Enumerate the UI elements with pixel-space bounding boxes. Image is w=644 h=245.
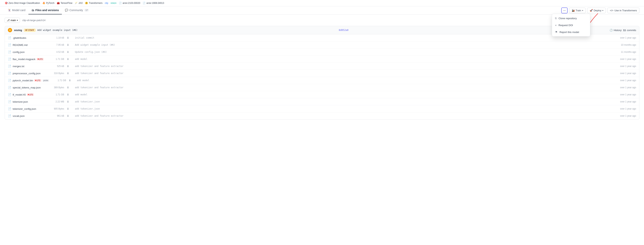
download-button[interactable]: ⬇ [66, 107, 70, 111]
file-time: over 1 year ago [613, 36, 636, 39]
file-commit-msg: add tokenizer and feature extractor [72, 86, 612, 89]
download-button[interactable]: ⬇ [66, 36, 70, 40]
transformers-label[interactable]: Transformers [89, 2, 102, 4]
train-chevron-icon: ▾ [582, 9, 583, 11]
tensorflow-tag: 🧰 TensorFlow [57, 1, 72, 4]
tab-model-card[interactable]: 🃏 Model card [4, 6, 28, 14]
download-button[interactable]: ⬇ [66, 43, 70, 47]
clone-repo-item[interactable]: ⎘ Clone repository [552, 15, 590, 22]
file-name-link[interactable]: vocab.json [13, 115, 24, 117]
file-commit-msg: add model [72, 58, 612, 60]
tensorflow-label[interactable]: TensorFlow [60, 2, 72, 4]
pytorch-tag: 🔥 PyTorch [42, 1, 54, 4]
file-name-link[interactable]: tf_model.h5 [13, 93, 26, 96]
file-commit-msg: add model [72, 93, 612, 96]
history-label: History: [614, 29, 622, 32]
arxiv2-label[interactable]: arxiv:1908.04913 [146, 2, 164, 4]
file-icon: 📄 [8, 100, 11, 103]
tab-community[interactable]: 💬 Community 17 [62, 6, 92, 14]
file-time: over 1 year ago [613, 107, 636, 110]
file-size: 2.22 MB [49, 100, 64, 103]
report-model-item[interactable]: ⚑ Report this model [552, 28, 590, 35]
use-in-transformers-button[interactable]: </> Use in Transformers [607, 8, 640, 13]
arxiv1-tag: 📄 arxiv:2103.00020 [119, 1, 140, 4]
repo-path: clip-vit-large-patch14 [22, 19, 46, 22]
file-size: 1.18 kB [49, 36, 64, 39]
file-name-link[interactable]: tokenizer.json [13, 100, 28, 103]
file-name-link[interactable]: README.md [13, 43, 28, 46]
deploy-chevron-icon: ▾ [602, 9, 603, 11]
request-doi-item[interactable]: « Request DOI [552, 22, 590, 28]
lfs-dot [28, 94, 29, 95]
tags-bar: 🎯 Zero-Shot Image Classification 🔥 PyTor… [0, 0, 644, 6]
file-name-link[interactable]: config.json [13, 51, 24, 53]
file-name-link[interactable]: .gitattributes [13, 36, 26, 39]
files-container: 📄 .gitattributes 1.18 kB ⬇ initial commi… [5, 34, 639, 119]
pickle-badge: pickle [42, 79, 49, 82]
more-button[interactable]: ⋯ [561, 7, 568, 13]
file-size: 389 Bytes [49, 86, 64, 89]
nav-tabs-right: ⋯ 🚂 Train ▾ 🚀 Deploy ▾ </> Use in Transf… [561, 7, 640, 13]
file-commit-msg: initial commit [72, 36, 612, 39]
tensorflow-icon: 🧰 [57, 1, 60, 4]
deploy-button[interactable]: 🚀 Deploy ▾ [587, 8, 606, 13]
download-button[interactable]: ⬇ [66, 57, 70, 61]
file-name-cell: pytorch_model.bin LFS pickle [13, 79, 49, 82]
deploy-label: Deploy [594, 9, 601, 12]
table-row: 📄 preprocessor_config.json 316 Bytes ⬇ a… [5, 70, 639, 77]
history-count: 11 [623, 29, 626, 32]
download-button[interactable]: ⬇ [66, 86, 70, 89]
file-size: 905 Bytes [49, 107, 64, 110]
file-time: over 1 year ago [613, 115, 636, 117]
file-icon: 📄 [8, 79, 11, 82]
lfs-badge: LFS [27, 93, 34, 96]
file-icon: 📄 [8, 114, 11, 117]
pytorch-label[interactable]: PyTorch [46, 2, 54, 4]
table-row: 📄 config.json 4.52 kB ⬇ Update config.js… [5, 48, 639, 56]
file-name-link[interactable]: tokenizer_config.json [13, 107, 36, 110]
download-button[interactable]: ⬇ [66, 93, 70, 96]
file-name-link[interactable]: pytorch_model.bin [13, 79, 33, 82]
jax-tag: 🪄 JAX [75, 1, 83, 4]
file-icon: 📄 [8, 107, 11, 110]
file-name-cell: .gitattributes [13, 36, 47, 39]
use-transformers-icon: </> [610, 9, 614, 12]
transformers-icon: 🤗 [85, 1, 88, 4]
history-button[interactable]: 🕐 History: 11 commits [610, 29, 636, 32]
history-area: 🕐 History: 11 commits [610, 29, 636, 32]
file-size: 525 kB [49, 65, 64, 67]
task-label[interactable]: Zero-Shot Image Classification [8, 2, 40, 4]
model-card-icon: 🃏 [8, 9, 11, 12]
file-name-link[interactable]: preprocessor_config.json [13, 72, 40, 75]
download-button[interactable]: ⬇ [66, 64, 70, 68]
file-name-link[interactable]: flax_model.msgpack [13, 58, 36, 61]
clip-tag[interactable]: clip [105, 2, 108, 4]
dropdown-menu: ⎘ Clone repository « Request DOI ⚑ Repor… [552, 14, 590, 36]
file-name-link[interactable]: special_tokens_map.json [13, 86, 41, 89]
history-suffix: commits [627, 29, 636, 32]
tab-files-versions[interactable]: 🗂 Files and versions [28, 6, 62, 14]
file-name-link[interactable]: merges.txt [13, 65, 24, 68]
nav-tabs: 🃏 Model card 🗂 Files and versions 💬 Comm… [0, 6, 644, 14]
commit-message: Add widget example input (#6) [38, 29, 78, 31]
train-button[interactable]: 🚂 Train ▾ [569, 8, 586, 13]
files-label: Files and versions [35, 9, 59, 12]
arxiv1-label[interactable]: arxiv:2103.00020 [122, 2, 140, 4]
download-button[interactable]: ⬇ [66, 114, 70, 118]
download-button[interactable]: ⬇ [66, 100, 70, 104]
download-button[interactable]: ⬇ [66, 50, 70, 54]
vision-tag[interactable]: vision [110, 2, 116, 4]
branch-selector[interactable]: ⎇ main ▾ [4, 18, 20, 23]
commit-author[interactable]: mishig [14, 29, 22, 32]
file-name-cell: flax_model.msgpack LFS [13, 58, 47, 61]
doi-label: Request DOI [558, 24, 573, 27]
table-row: 📄 flax_model.msgpack LFS 1.71 GB ⬇ add m… [5, 56, 639, 63]
file-name-cell: special_tokens_map.json [13, 86, 47, 89]
file-commit-msg: add tokenizer.json [72, 107, 612, 110]
download-button[interactable]: ⬇ [68, 78, 72, 82]
commit-hash[interactable]: 8d052a0 [339, 29, 348, 31]
jax-label[interactable]: JAX [78, 2, 83, 4]
download-button[interactable]: ⬇ [66, 71, 70, 75]
hf-staff-badge: HF STAFF [24, 29, 36, 32]
file-icon: 📄 [8, 65, 11, 68]
